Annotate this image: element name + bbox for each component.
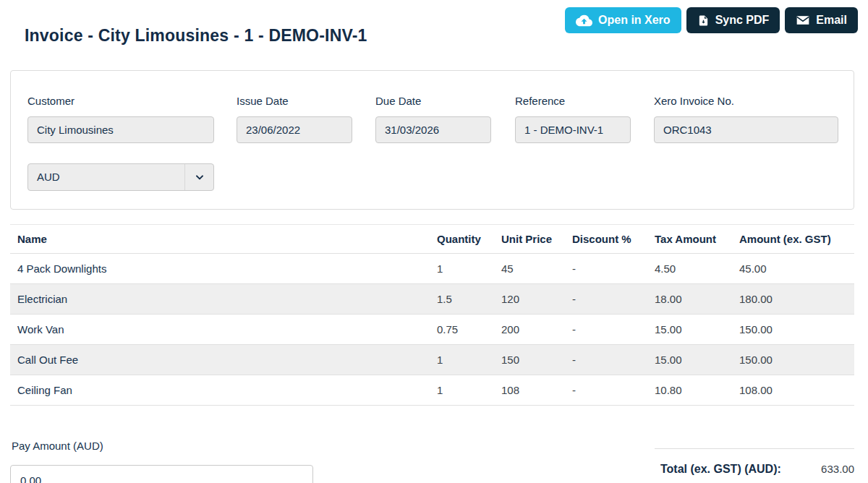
item-name: Ceiling Fan <box>10 375 437 406</box>
open-in-xero-label: Open in Xero <box>598 14 671 27</box>
issue-date-field-group: Issue Date 23/06/2022 <box>237 95 352 143</box>
reference-input[interactable]: 1 - DEMO-INV-1 <box>515 116 631 143</box>
email-button[interactable]: Email <box>785 7 858 33</box>
xero-invoice-no-label: Xero Invoice No. <box>654 95 838 107</box>
table-header-row: Name Quantity Unit Price Discount % Tax … <box>10 225 854 254</box>
currency-select[interactable]: AUD <box>27 163 214 191</box>
item-discount: - <box>572 284 655 315</box>
item-discount: - <box>572 315 655 345</box>
invoice-details-panel: Customer City Limousines Issue Date 23/0… <box>10 70 854 210</box>
column-header-quantity: Quantity <box>437 225 501 254</box>
reference-label: Reference <box>515 95 631 107</box>
table-row: Work Van 0.75 200 - 15.00 150.00 <box>10 315 854 345</box>
issue-date-label: Issue Date <box>237 95 352 107</box>
customer-field-group: Customer City Limousines <box>27 95 214 143</box>
column-header-discount: Discount % <box>572 225 655 254</box>
due-date-field-group: Due Date 31/03/2026 <box>375 95 491 143</box>
pay-amount-label: Pay Amount (AUD) <box>12 440 103 452</box>
line-items-table: Name Quantity Unit Price Discount % Tax … <box>10 224 854 406</box>
item-unit-price: 108 <box>501 375 572 406</box>
item-tax-amount: 15.00 <box>655 315 739 345</box>
item-unit-price: 200 <box>501 315 572 345</box>
item-unit-price: 45 <box>501 254 572 284</box>
toolbar: Open in Xero Sync PDF Email <box>565 7 858 33</box>
item-tax-amount: 4.50 <box>655 254 739 284</box>
item-quantity: 1.5 <box>437 284 501 315</box>
item-quantity: 1 <box>437 375 501 406</box>
sync-pdf-label: Sync PDF <box>715 14 770 27</box>
totals-divider <box>655 448 854 449</box>
currency-value: AUD <box>28 164 184 190</box>
item-quantity: 1 <box>437 254 501 284</box>
item-name: Call Out Fee <box>10 345 437 375</box>
table-row: 4 Pack Downlights 1 45 - 4.50 45.00 <box>10 254 854 284</box>
item-amount: 150.00 <box>739 345 854 375</box>
due-date-input[interactable]: 31/03/2026 <box>375 116 491 143</box>
column-header-unit-price: Unit Price <box>501 225 572 254</box>
table-row: Call Out Fee 1 150 - 15.00 150.00 <box>10 345 854 375</box>
column-header-tax-amount: Tax Amount <box>655 225 739 254</box>
item-discount: - <box>572 254 655 284</box>
item-amount: 45.00 <box>739 254 854 284</box>
due-date-label: Due Date <box>375 95 491 107</box>
customer-input[interactable]: City Limousines <box>27 116 214 143</box>
item-amount: 108.00 <box>739 375 854 406</box>
xero-invoice-no-field-group: Xero Invoice No. ORC1043 <box>654 95 838 143</box>
item-name: Electrician <box>10 284 437 315</box>
item-discount: - <box>572 375 655 406</box>
cloud-upload-icon <box>576 12 592 29</box>
item-quantity: 1 <box>437 345 501 375</box>
item-tax-amount: 10.80 <box>655 375 739 406</box>
total-ex-gst-label: Total (ex. GST) (AUD): <box>655 463 781 476</box>
table-row: Electrician 1.5 120 - 18.00 180.00 <box>10 284 854 315</box>
item-name: 4 Pack Downlights <box>10 254 437 284</box>
reference-field-group: Reference 1 - DEMO-INV-1 <box>515 95 631 143</box>
pay-amount-input[interactable] <box>10 465 313 483</box>
item-name: Work Van <box>10 315 437 345</box>
item-discount: - <box>572 345 655 375</box>
sync-pdf-button[interactable]: Sync PDF <box>686 7 780 33</box>
item-amount: 180.00 <box>739 284 854 315</box>
customer-label: Customer <box>27 95 214 107</box>
file-download-icon <box>697 14 710 27</box>
open-in-xero-button[interactable]: Open in Xero <box>565 7 681 33</box>
item-unit-price: 150 <box>501 345 572 375</box>
column-header-name: Name <box>10 225 437 254</box>
issue-date-input[interactable]: 23/06/2022 <box>237 116 352 143</box>
xero-invoice-no-input[interactable]: ORC1043 <box>654 116 838 143</box>
total-ex-gst-value: 633.00 <box>821 463 854 475</box>
email-label: Email <box>816 14 847 27</box>
chevron-down-icon <box>184 164 213 190</box>
table-row: Ceiling Fan 1 108 - 10.80 108.00 <box>10 375 854 406</box>
item-unit-price: 120 <box>501 284 572 315</box>
item-tax-amount: 18.00 <box>655 284 739 315</box>
item-amount: 150.00 <box>739 315 854 345</box>
envelope-icon <box>796 13 810 27</box>
column-header-amount-ex-gst: Amount (ex. GST) <box>739 225 854 254</box>
item-quantity: 0.75 <box>437 315 501 345</box>
total-row: Total (ex. GST) (AUD): 633.00 <box>655 463 854 476</box>
page-title: Invoice - City Limousines - 1 - DEMO-INV… <box>25 26 367 46</box>
item-tax-amount: 15.00 <box>655 345 739 375</box>
